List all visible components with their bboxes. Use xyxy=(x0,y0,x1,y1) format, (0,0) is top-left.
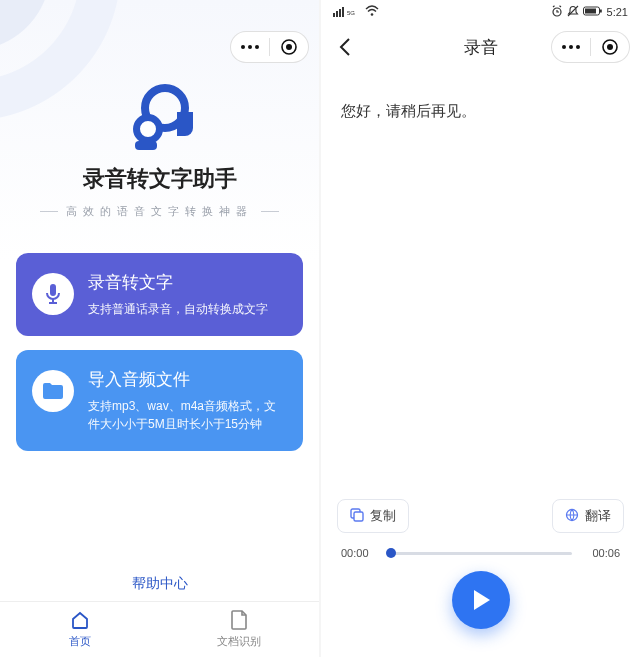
import-card-title: 导入音频文件 xyxy=(88,368,287,391)
folder-icon xyxy=(32,370,74,412)
nav-home-label: 首页 xyxy=(69,634,91,649)
back-button[interactable] xyxy=(331,33,359,61)
svg-rect-19 xyxy=(333,13,335,17)
microphone-icon xyxy=(32,273,74,315)
record-card-title: 录音转文字 xyxy=(88,271,268,294)
svg-point-32 xyxy=(576,45,580,49)
app-logo-icon xyxy=(127,84,193,150)
wifi-icon xyxy=(365,5,379,19)
svg-rect-28 xyxy=(600,10,602,13)
copy-icon xyxy=(350,508,364,525)
seek-track[interactable] xyxy=(389,552,572,555)
svg-rect-16 xyxy=(50,284,56,296)
translate-button[interactable]: 翻译 xyxy=(552,499,624,533)
network-icon: 5G xyxy=(333,5,361,19)
document-icon xyxy=(230,610,248,632)
copy-label: 复制 xyxy=(370,507,396,525)
svg-point-34 xyxy=(607,44,613,50)
import-audio-card[interactable]: 导入音频文件 支持mp3、wav、m4a音频格式，文件大小小于5M且时长小于15… xyxy=(16,350,303,451)
home-icon xyxy=(70,610,90,632)
more-button[interactable] xyxy=(552,31,590,63)
home-screen: 5G 5:20 xyxy=(0,0,319,657)
status-time: 5:21 xyxy=(607,6,628,18)
app-tagline: 高效的语音文字转换神器 xyxy=(0,204,319,219)
seek-handle[interactable] xyxy=(386,548,396,558)
bottom-nav: 首页 文档识别 xyxy=(0,601,319,657)
time-total: 00:06 xyxy=(582,547,620,559)
svg-point-12 xyxy=(248,45,252,49)
close-miniprogram-button[interactable] xyxy=(270,31,308,63)
svg-rect-21 xyxy=(339,9,341,17)
timeline: 00:00 00:06 xyxy=(341,547,620,559)
recording-screen: 5G 5:21 录音 xyxy=(321,0,640,657)
record-card-subtitle: 支持普通话录音，自动转换成文字 xyxy=(88,300,268,318)
import-card-subtitle: 支持mp3、wav、m4a音频格式，文件大小小于5M且时长小于15分钟 xyxy=(88,397,287,433)
alarm-icon xyxy=(551,5,563,19)
copy-button[interactable]: 复制 xyxy=(337,499,409,533)
more-button[interactable] xyxy=(231,31,269,63)
svg-point-30 xyxy=(562,45,566,49)
nav-doc-label: 文档识别 xyxy=(217,634,261,649)
svg-point-15 xyxy=(286,44,292,50)
svg-point-24 xyxy=(371,13,374,16)
footer-links: 帮助中心 xyxy=(0,574,319,601)
translate-label: 翻译 xyxy=(585,507,611,525)
app-bar: 录音 xyxy=(321,24,640,70)
svg-point-13 xyxy=(255,45,259,49)
close-miniprogram-button[interactable] xyxy=(591,31,629,63)
svg-rect-22 xyxy=(342,7,344,17)
nav-home[interactable]: 首页 xyxy=(0,602,160,657)
status-bar: 5G 5:21 xyxy=(321,0,640,24)
svg-rect-29 xyxy=(585,9,596,14)
feature-cards: 录音转文字 支持普通话录音，自动转换成文字 导入音频文件 支持mp3、wav、m… xyxy=(0,253,319,465)
mute-icon xyxy=(567,5,579,19)
play-button[interactable] xyxy=(452,571,510,629)
play-icon xyxy=(470,588,492,612)
time-current: 00:00 xyxy=(341,547,379,559)
transcript-text: 您好，请稍后再见。 xyxy=(321,70,640,499)
svg-text:5G: 5G xyxy=(347,10,355,16)
hero-section: 录音转文字助手 高效的语音文字转换神器 xyxy=(0,70,319,253)
nav-doc[interactable]: 文档识别 xyxy=(160,602,320,657)
capsule-menu xyxy=(551,31,630,63)
audio-player: 00:00 00:06 xyxy=(321,543,640,657)
battery-icon xyxy=(583,5,603,19)
action-row: 复制 翻译 xyxy=(321,499,640,543)
help-center-link[interactable]: 帮助中心 xyxy=(132,575,188,591)
record-to-text-card[interactable]: 录音转文字 支持普通话录音，自动转换成文字 xyxy=(16,253,303,336)
app-bar xyxy=(0,24,319,70)
svg-rect-20 xyxy=(336,11,338,17)
svg-point-31 xyxy=(569,45,573,49)
capsule-menu xyxy=(230,31,309,63)
translate-icon xyxy=(565,508,579,525)
app-title: 录音转文字助手 xyxy=(0,164,319,194)
svg-rect-36 xyxy=(354,512,363,521)
svg-point-11 xyxy=(241,45,245,49)
